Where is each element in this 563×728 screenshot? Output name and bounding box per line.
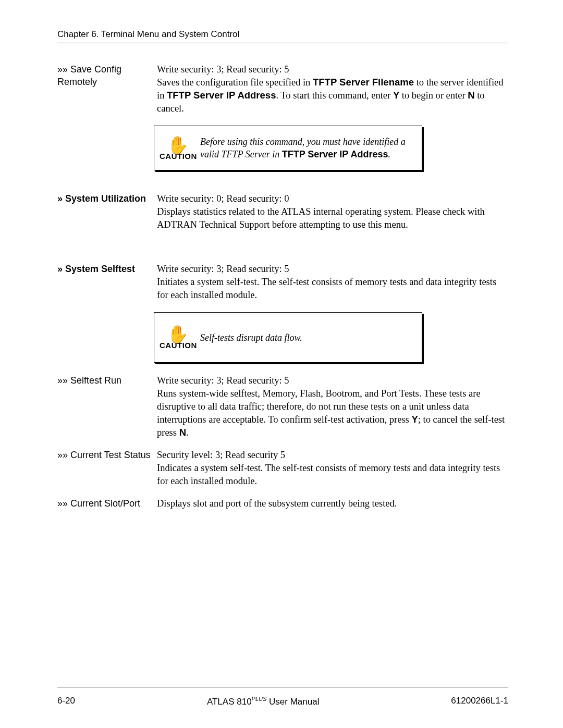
hand-icon: ✋ [160,325,196,343]
hand-icon: ✋ [160,136,196,154]
entry-label: » System Utilization [57,192,157,205]
caution-body: Self-tests disrupt data flow. [200,332,302,343]
tftp-filename-bold: TFTP Server Filename [313,77,414,88]
entry-label: »» Current Test Status [57,449,157,461]
caution-body: . [388,149,390,159]
entry-save-config: »» Save Config Remotely Write security: … [57,63,508,115]
entry-body: Security level: 3; Read security 5 Indic… [157,449,508,488]
document-page: Chapter 6. Terminal Menu and System Cont… [0,0,563,728]
caution-icon: ✋ CAUTION [160,325,196,350]
entry-body: Write security: 0; Read security: 0 Disp… [157,192,508,231]
key-y: Y [411,414,418,425]
chapter-header: Chapter 6. Terminal Menu and System Cont… [57,29,508,40]
body-text: Displays slot and port of the subsystem … [157,498,397,509]
body-text: Saves the configuration file specified i… [157,77,313,88]
security-line: Write security: 3; Read security: 5 [157,375,289,386]
body-text: Displays statistics related to the ATLAS… [157,206,485,230]
entry-label: » System Selftest [57,263,157,275]
caution-box-selftest: ✋ CAUTION Self-tests disrupt data flow. [154,312,422,363]
entry-current-slot-port: »» Current Slot/Port Displays slot and p… [57,497,508,510]
footer-product: ATLAS 810 [207,697,252,707]
body-text: Initiates a system self-test. The self-t… [157,277,496,300]
page-footer: 6-20 ATLAS 810PLUS User Manual 61200266L… [57,696,508,707]
body-text: to begin or enter [399,90,468,101]
caution-box-tftp: ✋ CAUTION Before using this command, you… [154,126,422,171]
entry-system-utilization: » System Utilization Write security: 0; … [57,192,508,231]
entry-body: Write security: 3; Read security: 5 Init… [157,263,508,302]
key-y: Y [393,90,399,101]
entry-selftest-run: »» Selftest Run Write security: 3; Read … [57,374,508,439]
key-n: N [468,90,474,101]
tftp-ip-bold: TFTP Server IP Address [282,149,388,159]
footer-page-number: 6-20 [57,696,75,707]
entry-body: Write security: 3; Read security: 5 Runs… [157,374,508,439]
footer-docnum: 61200266L1-1 [451,696,508,707]
entry-body: Displays slot and port of the subsystem … [157,497,508,510]
body-text: Indicates a system self-test. The self-t… [157,463,500,486]
entry-system-selftest: » System Selftest Write security: 3; Rea… [57,263,508,302]
body-text: . [186,427,189,438]
security-line: Write security: 3; Read security: 5 [157,64,289,75]
entry-current-test-status: »» Current Test Status Security level: 3… [57,449,508,488]
caution-label: CAUTION [160,341,196,350]
footer-manual: User Manual [266,697,319,707]
key-n: N [179,427,186,438]
security-line: Security level: 3; Read security 5 [157,450,285,460]
footer-title: ATLAS 810PLUS User Manual [207,696,320,707]
caution-label: CAUTION [160,152,196,161]
header-rule [57,43,508,43]
footer-plus: PLUS [252,696,267,702]
entry-label: »» Current Slot/Port [57,497,157,510]
security-line: Write security: 0; Read security: 0 [157,193,289,204]
body-text: . To start this command, enter [276,90,393,101]
tftp-ip-bold: TFTP Server IP Address [167,90,276,101]
caution-text: Self-tests disrupt data flow. [196,331,302,344]
caution-text: Before using this command, you must have… [196,135,413,161]
entry-label: »» Save Config Remotely [57,63,157,89]
footer-rule [57,687,508,687]
caution-icon: ✋ CAUTION [160,136,196,161]
entry-label: »» Selftest Run [57,374,157,387]
entry-body: Write security: 3; Read security: 5 Save… [157,63,508,115]
security-line: Write security: 3; Read security: 5 [157,264,289,274]
